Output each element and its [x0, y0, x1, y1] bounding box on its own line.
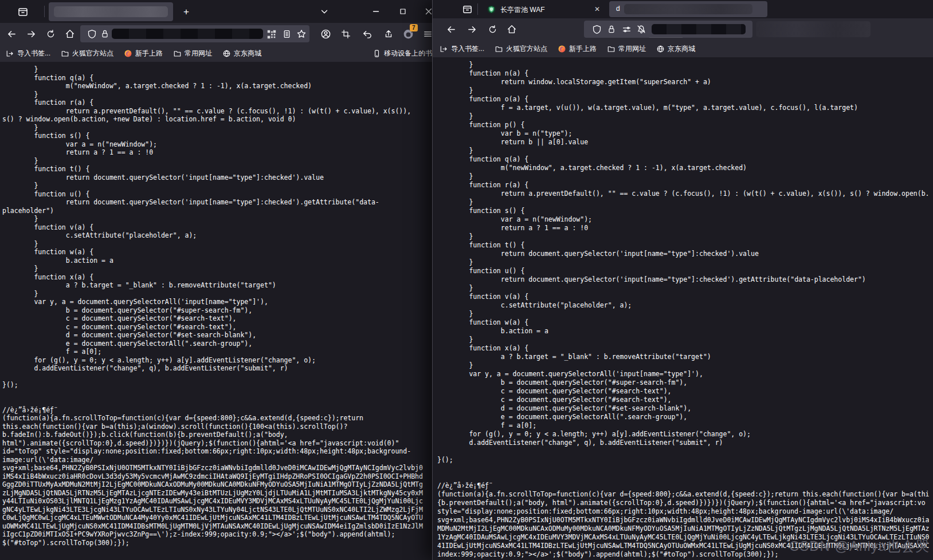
- desktop-screen: + 7: [0, 0, 933, 560]
- bookmark-import[interactable]: 导入书签...: [440, 44, 484, 54]
- forward-button[interactable]: [465, 22, 479, 36]
- left-nav-toolbar: 7: [0, 23, 432, 45]
- screenshot-crop-icon[interactable]: [339, 27, 352, 41]
- right-active-tab[interactable]: d: [609, 1, 767, 17]
- right-source-code[interactable]: } function n(a) { return window.localSto…: [433, 57, 933, 559]
- minimize-button[interactable]: [369, 5, 383, 18]
- bookmark-star-icon[interactable]: [295, 27, 308, 41]
- list-tabs-chevron-icon[interactable]: [317, 5, 331, 18]
- tracking-shield-icon[interactable]: [590, 22, 603, 36]
- bookmark-common-sites[interactable]: 常用网址: [607, 44, 646, 54]
- lock-icon[interactable]: [605, 22, 618, 36]
- csdn-watermark: CSDN @Aniya也会哭: [789, 537, 930, 555]
- tabbar-divider: [44, 6, 45, 17]
- account-icon[interactable]: [319, 27, 332, 41]
- right-tab-bar: 长亭雷池 WAF ✕ d: [433, 0, 933, 18]
- bookmark-common-sites[interactable]: 常用网址: [173, 49, 212, 58]
- left-bookmarks-bar: 导入书签... 火狐官方站点 新手上路 常用网址 京东商城 移动设备上的书签: [0, 45, 432, 62]
- left-source-code[interactable]: } function q(a) { m("newWindow", a.targe…: [0, 62, 432, 547]
- right-bookmarks-bar: 导入书签... 火狐官方站点 新手上路 常用网址 京东商城: [433, 40, 933, 58]
- qr-pixel-icon: [265, 27, 279, 41]
- new-tab-button[interactable]: +: [179, 5, 193, 18]
- redacted-toolbar-area: [756, 21, 871, 37]
- notifications-blocked-icon[interactable]: [634, 22, 648, 36]
- reload-button[interactable]: [44, 27, 57, 41]
- back-button[interactable]: [444, 22, 458, 36]
- menu-hamburger-icon[interactable]: [421, 27, 432, 41]
- bookmark-firefox-site[interactable]: 火狐官方站点: [495, 44, 547, 54]
- bookmark-getting-started[interactable]: 新手上路: [124, 49, 163, 58]
- bookmark-mobile-devices[interactable]: 移动设备上的书签: [373, 49, 432, 58]
- bookmark-firefox-site[interactable]: 火狐官方站点: [61, 49, 113, 58]
- right-page-content: } function n(a) { return window.localSto…: [433, 57, 933, 560]
- left-tab-bar: +: [0, 0, 432, 23]
- home-button[interactable]: [63, 27, 77, 41]
- send-to-device-icon[interactable]: [382, 27, 395, 41]
- right-nav-toolbar: [433, 18, 933, 41]
- bookmark-getting-started[interactable]: 新手上路: [558, 44, 597, 54]
- waf-shield-favicon: [485, 3, 497, 15]
- right-browser-window: 长亭雷池 WAF ✕ d 导入书签...: [432, 0, 933, 560]
- lock-icon[interactable]: [98, 27, 112, 41]
- notification-badge: 7: [410, 24, 418, 31]
- home-button[interactable]: [505, 22, 519, 36]
- waf-tab[interactable]: 长亭雷池 WAF ✕: [482, 1, 606, 17]
- maximize-button[interactable]: [396, 5, 410, 18]
- firefox-view-icon[interactable]: [16, 5, 30, 19]
- bookmark-jd-mall[interactable]: 京东商城: [222, 49, 261, 58]
- bookmark-import[interactable]: 导入书签...: [6, 49, 50, 58]
- url-bar[interactable]: [80, 25, 309, 42]
- redacted-url: [652, 24, 746, 34]
- close-window-button[interactable]: [422, 5, 432, 18]
- left-browser-window: + 7: [0, 0, 432, 560]
- redacted-tab-title: [624, 4, 752, 14]
- back-button[interactable]: [5, 27, 18, 41]
- permissions-sliders-icon[interactable]: [620, 22, 633, 36]
- undo-history-icon[interactable]: [360, 27, 374, 41]
- redacted-url: [112, 29, 263, 39]
- firefox-view-icon[interactable]: [460, 2, 474, 16]
- active-tab-title-prefix: d: [616, 5, 620, 13]
- forward-button[interactable]: [24, 27, 38, 41]
- reload-button[interactable]: [485, 22, 499, 36]
- url-bar[interactable]: [584, 21, 752, 38]
- left-active-tab[interactable]: [49, 2, 173, 21]
- redacted-tab-title: [54, 6, 168, 17]
- bookmark-jd-mall[interactable]: 京东商城: [656, 44, 695, 54]
- waf-tab-title: 长亭雷池 WAF: [500, 5, 545, 15]
- url-underline: [649, 37, 683, 38]
- close-tab-icon[interactable]: ✕: [594, 5, 600, 13]
- tracking-shield-icon[interactable]: [85, 27, 99, 41]
- left-page-content: } function q(a) { m("newWindow", a.targe…: [0, 62, 432, 560]
- tabbar-divider: [477, 3, 478, 15]
- reader-view-icon[interactable]: [280, 27, 293, 41]
